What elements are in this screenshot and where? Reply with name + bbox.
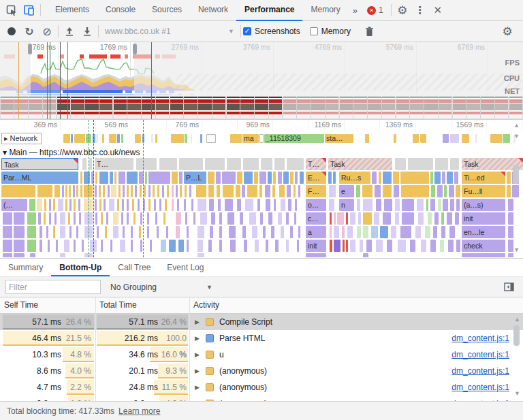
flame-block[interactable] — [197, 240, 203, 252]
flame-block[interactable] — [400, 226, 411, 238]
flame-block[interactable] — [155, 212, 157, 225]
network-request-bar[interactable] — [171, 134, 184, 143]
flame-block[interactable] — [197, 253, 204, 257]
flame-block[interactable] — [398, 240, 406, 252]
garbage-collect-icon[interactable] — [360, 22, 378, 40]
filmstrip-thumb[interactable] — [198, 97, 212, 118]
clear-recording-icon[interactable]: ⊘ — [38, 22, 56, 40]
flame-block[interactable] — [176, 226, 180, 238]
tab-summary[interactable]: Summary — [0, 259, 51, 276]
flame-block[interactable] — [444, 185, 447, 197]
flame-block[interactable] — [106, 212, 108, 225]
tab-memory[interactable]: Memory — [302, 0, 348, 21]
network-request-bar[interactable] — [490, 134, 502, 143]
network-request-bar[interactable] — [117, 134, 120, 143]
flame-block[interactable] — [30, 253, 35, 257]
source-link[interactable]: dm_content.js:1 — [451, 363, 509, 379]
flame-block[interactable] — [508, 199, 513, 211]
flame-block[interactable]: Task — [1, 158, 78, 170]
table-row[interactable]: 57.1 ms26.4 %57.1 ms26.4 %▶Compile Scrip… — [0, 314, 523, 330]
network-request-bar[interactable] — [259, 134, 264, 143]
flame-block[interactable] — [39, 240, 42, 252]
flame-block[interactable] — [456, 185, 460, 197]
flame-block[interactable] — [219, 226, 222, 238]
filmstrip-thumb[interactable] — [353, 97, 367, 118]
flame-block[interactable] — [135, 185, 137, 197]
flame-block[interactable] — [60, 253, 65, 257]
flame-block[interactable] — [218, 199, 221, 211]
flame-block[interactable] — [278, 172, 282, 184]
flame-block[interactable] — [329, 185, 336, 197]
filmstrip-thumb[interactable] — [156, 97, 170, 118]
network-request-bar[interactable] — [200, 134, 202, 143]
network-request-bar[interactable] — [96, 134, 98, 143]
filmstrip-thumb[interactable] — [212, 97, 226, 118]
tab-bottom-up[interactable]: Bottom-Up — [51, 259, 110, 276]
flame-block[interactable] — [78, 199, 80, 211]
flame-block[interactable] — [287, 185, 291, 197]
screenshots-checkbox[interactable]: ✓ — [243, 27, 251, 35]
flame-block[interactable] — [208, 172, 215, 184]
close-devtools-icon[interactable]: ✕ — [429, 1, 447, 19]
flame-block[interactable] — [177, 199, 179, 211]
flame-block[interactable] — [113, 212, 118, 225]
flame-block[interactable] — [363, 226, 368, 238]
flame-block[interactable] — [157, 226, 159, 238]
flame-block[interactable]: o… — [306, 199, 326, 211]
scroll-up-icon[interactable]: ▲ — [513, 122, 520, 129]
flame-block[interactable] — [252, 226, 257, 238]
flame-block[interactable] — [379, 172, 381, 184]
flame-block[interactable] — [508, 226, 513, 238]
flame-block[interactable] — [394, 185, 399, 197]
tab-call-tree[interactable]: Call Tree — [110, 259, 159, 276]
flame-block[interactable] — [227, 158, 241, 170]
flame-block[interactable] — [110, 172, 113, 184]
filmstrip-thumb[interactable] — [85, 97, 99, 118]
inspect-element-icon[interactable] — [3, 1, 20, 19]
expand-arrow-icon[interactable]: ▶ — [195, 335, 200, 342]
record-button[interactable] — [7, 27, 16, 35]
flame-block[interactable]: e — [339, 185, 354, 197]
flame-block[interactable] — [376, 199, 381, 211]
flame-block[interactable] — [402, 199, 414, 211]
flame-block[interactable] — [179, 172, 183, 184]
flame-block[interactable]: T… — [306, 158, 326, 170]
column-header-activity[interactable]: Activity — [189, 297, 523, 314]
flame-block[interactable] — [281, 199, 285, 211]
flame-block[interactable]: check — [462, 240, 505, 252]
flame-block[interactable] — [53, 226, 55, 238]
flame-block[interactable] — [408, 158, 433, 170]
flame-block[interactable] — [148, 185, 150, 197]
flame-block[interactable] — [268, 212, 272, 225]
flame-block[interactable] — [266, 199, 270, 211]
flame-block[interactable] — [27, 212, 36, 225]
flame-block[interactable] — [54, 212, 57, 225]
flame-block[interactable] — [153, 185, 155, 197]
flame-block[interactable] — [395, 158, 406, 170]
flame-block[interactable] — [157, 185, 159, 197]
load-profile-icon[interactable] — [61, 22, 78, 40]
flame-block[interactable] — [82, 158, 86, 170]
network-request-bar[interactable] — [155, 134, 157, 143]
memory-checkbox[interactable] — [310, 27, 318, 35]
flame-block[interactable] — [139, 226, 141, 238]
flame-block[interactable] — [279, 185, 285, 197]
column-header-self-time[interactable]: Self Time — [0, 297, 95, 314]
filmstrip-thumb[interactable] — [14, 97, 28, 118]
flame-block[interactable] — [363, 253, 368, 257]
flame-block[interactable] — [121, 212, 123, 225]
flame-block[interactable] — [356, 185, 360, 197]
memory-label[interactable]: Memory — [321, 27, 351, 36]
flame-block[interactable] — [268, 172, 272, 184]
network-request-bar[interactable] — [443, 134, 449, 143]
flame-block[interactable] — [95, 172, 97, 184]
flame-block[interactable] — [430, 240, 436, 252]
flame-block[interactable] — [117, 199, 119, 211]
flame-block[interactable] — [131, 240, 133, 252]
flame-block[interactable]: (a…s) — [462, 199, 505, 211]
flame-block[interactable]: init — [306, 240, 326, 252]
flame-block[interactable] — [118, 172, 125, 184]
flame-block[interactable] — [283, 172, 289, 184]
flame-block[interactable] — [297, 240, 299, 252]
more-tabs-icon[interactable]: » — [349, 5, 362, 16]
